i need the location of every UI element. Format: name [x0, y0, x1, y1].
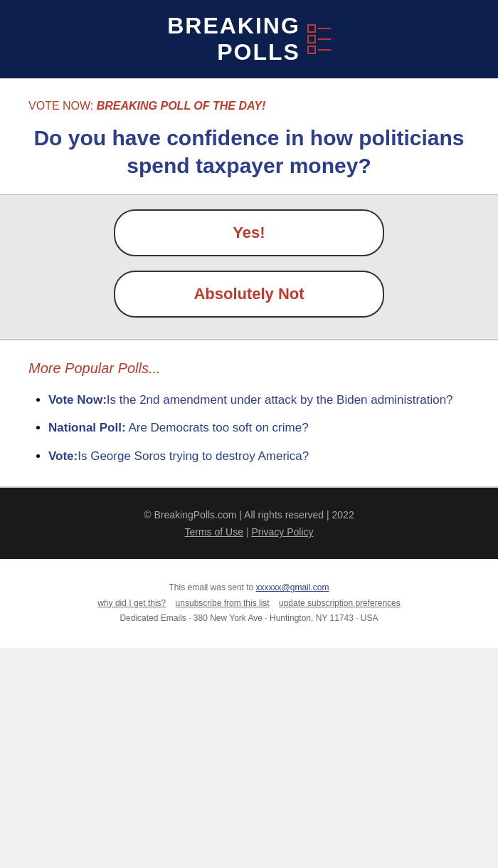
email-footer: This email was sent to xxxxxx@gmail.com … [0, 559, 498, 648]
yes-button[interactable]: Yes! [114, 209, 384, 256]
footer-links: Terms of Use | Privacy Policy [14, 526, 484, 538]
poll-item-3-text[interactable]: Is George Soros trying to destroy Americ… [78, 449, 309, 463]
more-polls-title: More Popular Polls... [28, 360, 470, 377]
header: BREAKING POLLS [0, 0, 498, 78]
polls-list: Vote Now:Is the 2nd amendment under atta… [28, 391, 470, 466]
poll-section: VOTE NOW: BREAKING POLL OF THE DAY! Do y… [0, 78, 498, 195]
poll-item-2-bold[interactable]: National Poll: [48, 421, 126, 434]
why-link[interactable]: why did I get this? [97, 598, 166, 608]
list-item: Vote Now:Is the 2nd amendment under atta… [48, 391, 470, 409]
vote-now-label: VOTE NOW: BREAKING POLL OF THE DAY! [28, 100, 470, 113]
email-sent-info: This email was sent to xxxxxx@gmail.com [14, 580, 484, 596]
absolutely-not-button[interactable]: Absolutely Not [114, 271, 384, 318]
email-management-links: why did I get this? unsubscribe from thi… [14, 596, 484, 612]
preferences-link[interactable]: update subscription preferences [279, 598, 401, 608]
footer: © BreakingPolls.com | All rights reserve… [0, 488, 498, 559]
poll-question: Do you have confidence in how politician… [28, 124, 470, 179]
buttons-section: Yes! Absolutely Not [0, 195, 498, 340]
terms-link[interactable]: Terms of Use [184, 526, 243, 538]
poll-item-3-bold[interactable]: Vote: [48, 449, 78, 463]
footer-copyright: © BreakingPolls.com | All rights reserve… [14, 509, 484, 521]
logo-icon [307, 24, 331, 54]
logo-line2: POLLS [217, 39, 300, 65]
list-item: Vote:Is George Soros trying to destroy A… [48, 447, 470, 466]
privacy-link[interactable]: Privacy Policy [251, 526, 313, 538]
more-polls-section: More Popular Polls... Vote Now:Is the 2n… [0, 340, 498, 488]
mailing-address: Dedicated Emails · 380 New York Ave · Hu… [14, 611, 484, 627]
list-item: National Poll: Are Democrats too soft on… [48, 419, 470, 437]
logo-line1: BREAKING [167, 13, 300, 38]
unsubscribe-link[interactable]: unsubscribe from this list [176, 598, 270, 608]
email-address-link[interactable]: xxxxxx@gmail.com [256, 582, 329, 592]
poll-item-1-bold[interactable]: Vote Now: [48, 393, 107, 407]
poll-item-2-text[interactable]: Are Democrats too soft on crime? [126, 421, 309, 434]
poll-item-1-text[interactable]: Is the 2nd amendment under attack by the… [107, 393, 453, 407]
